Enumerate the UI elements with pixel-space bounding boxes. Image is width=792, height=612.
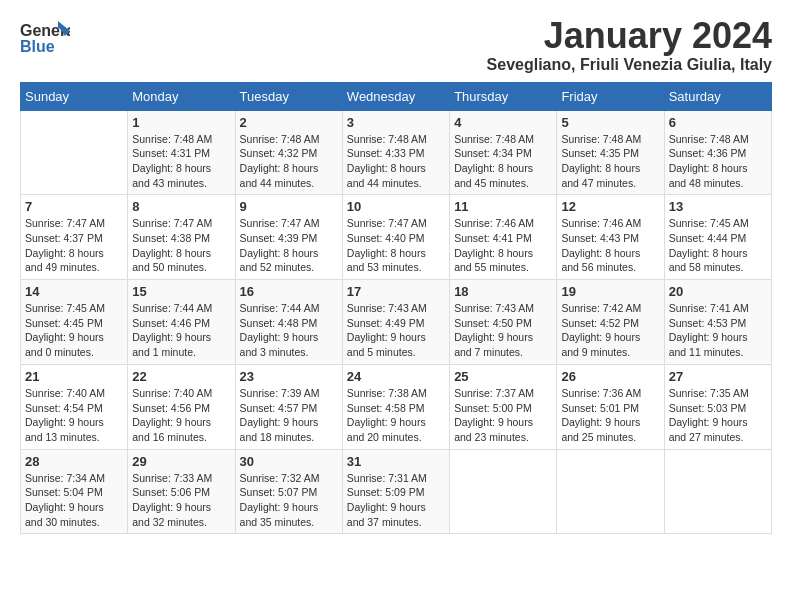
day-info: Sunrise: 7:39 AM Sunset: 4:57 PM Dayligh… [240, 386, 338, 445]
day-info: Sunrise: 7:45 AM Sunset: 4:45 PM Dayligh… [25, 301, 123, 360]
day-number: 7 [25, 199, 123, 214]
day-number: 23 [240, 369, 338, 384]
logo-icon: General Blue [20, 16, 70, 65]
day-number: 19 [561, 284, 659, 299]
day-cell: 29Sunrise: 7:33 AM Sunset: 5:06 PM Dayli… [128, 449, 235, 534]
day-info: Sunrise: 7:48 AM Sunset: 4:31 PM Dayligh… [132, 132, 230, 191]
day-number: 26 [561, 369, 659, 384]
day-number: 10 [347, 199, 445, 214]
day-cell: 19Sunrise: 7:42 AM Sunset: 4:52 PM Dayli… [557, 280, 664, 365]
day-cell: 21Sunrise: 7:40 AM Sunset: 4:54 PM Dayli… [21, 364, 128, 449]
day-number: 28 [25, 454, 123, 469]
day-number: 16 [240, 284, 338, 299]
day-number: 17 [347, 284, 445, 299]
day-cell: 5Sunrise: 7:48 AM Sunset: 4:35 PM Daylig… [557, 110, 664, 195]
logo: General Blue [20, 16, 70, 65]
day-cell: 10Sunrise: 7:47 AM Sunset: 4:40 PM Dayli… [342, 195, 449, 280]
day-cell: 3Sunrise: 7:48 AM Sunset: 4:33 PM Daylig… [342, 110, 449, 195]
day-cell: 26Sunrise: 7:36 AM Sunset: 5:01 PM Dayli… [557, 364, 664, 449]
day-info: Sunrise: 7:48 AM Sunset: 4:32 PM Dayligh… [240, 132, 338, 191]
day-info: Sunrise: 7:48 AM Sunset: 4:33 PM Dayligh… [347, 132, 445, 191]
day-number: 9 [240, 199, 338, 214]
day-info: Sunrise: 7:32 AM Sunset: 5:07 PM Dayligh… [240, 471, 338, 530]
week-row-2: 7Sunrise: 7:47 AM Sunset: 4:37 PM Daylig… [21, 195, 772, 280]
day-cell: 27Sunrise: 7:35 AM Sunset: 5:03 PM Dayli… [664, 364, 771, 449]
day-cell: 6Sunrise: 7:48 AM Sunset: 4:36 PM Daylig… [664, 110, 771, 195]
week-row-1: 1Sunrise: 7:48 AM Sunset: 4:31 PM Daylig… [21, 110, 772, 195]
day-info: Sunrise: 7:48 AM Sunset: 4:36 PM Dayligh… [669, 132, 767, 191]
weekday-header-tuesday: Tuesday [235, 82, 342, 110]
weekday-header-sunday: Sunday [21, 82, 128, 110]
day-info: Sunrise: 7:43 AM Sunset: 4:50 PM Dayligh… [454, 301, 552, 360]
day-number: 3 [347, 115, 445, 130]
day-number: 6 [669, 115, 767, 130]
page-header: General Blue January 2024 Sevegliano, Fr… [20, 16, 772, 74]
day-info: Sunrise: 7:45 AM Sunset: 4:44 PM Dayligh… [669, 216, 767, 275]
day-cell: 16Sunrise: 7:44 AM Sunset: 4:48 PM Dayli… [235, 280, 342, 365]
day-info: Sunrise: 7:37 AM Sunset: 5:00 PM Dayligh… [454, 386, 552, 445]
day-number: 8 [132, 199, 230, 214]
day-number: 14 [25, 284, 123, 299]
day-cell: 25Sunrise: 7:37 AM Sunset: 5:00 PM Dayli… [450, 364, 557, 449]
day-cell [557, 449, 664, 534]
day-number: 27 [669, 369, 767, 384]
weekday-header-saturday: Saturday [664, 82, 771, 110]
day-cell [21, 110, 128, 195]
day-cell: 7Sunrise: 7:47 AM Sunset: 4:37 PM Daylig… [21, 195, 128, 280]
day-info: Sunrise: 7:44 AM Sunset: 4:46 PM Dayligh… [132, 301, 230, 360]
day-cell: 22Sunrise: 7:40 AM Sunset: 4:56 PM Dayli… [128, 364, 235, 449]
day-cell: 24Sunrise: 7:38 AM Sunset: 4:58 PM Dayli… [342, 364, 449, 449]
day-cell: 12Sunrise: 7:46 AM Sunset: 4:43 PM Dayli… [557, 195, 664, 280]
day-number: 31 [347, 454, 445, 469]
day-info: Sunrise: 7:43 AM Sunset: 4:49 PM Dayligh… [347, 301, 445, 360]
day-info: Sunrise: 7:40 AM Sunset: 4:56 PM Dayligh… [132, 386, 230, 445]
day-number: 24 [347, 369, 445, 384]
day-info: Sunrise: 7:47 AM Sunset: 4:38 PM Dayligh… [132, 216, 230, 275]
weekday-header-friday: Friday [557, 82, 664, 110]
day-number: 5 [561, 115, 659, 130]
day-cell: 9Sunrise: 7:47 AM Sunset: 4:39 PM Daylig… [235, 195, 342, 280]
day-number: 22 [132, 369, 230, 384]
day-cell: 14Sunrise: 7:45 AM Sunset: 4:45 PM Dayli… [21, 280, 128, 365]
day-info: Sunrise: 7:40 AM Sunset: 4:54 PM Dayligh… [25, 386, 123, 445]
day-cell: 8Sunrise: 7:47 AM Sunset: 4:38 PM Daylig… [128, 195, 235, 280]
day-info: Sunrise: 7:47 AM Sunset: 4:39 PM Dayligh… [240, 216, 338, 275]
day-info: Sunrise: 7:48 AM Sunset: 4:34 PM Dayligh… [454, 132, 552, 191]
day-info: Sunrise: 7:36 AM Sunset: 5:01 PM Dayligh… [561, 386, 659, 445]
day-cell: 23Sunrise: 7:39 AM Sunset: 4:57 PM Dayli… [235, 364, 342, 449]
day-number: 21 [25, 369, 123, 384]
day-cell: 11Sunrise: 7:46 AM Sunset: 4:41 PM Dayli… [450, 195, 557, 280]
svg-text:Blue: Blue [20, 38, 55, 55]
day-cell: 28Sunrise: 7:34 AM Sunset: 5:04 PM Dayli… [21, 449, 128, 534]
day-info: Sunrise: 7:33 AM Sunset: 5:06 PM Dayligh… [132, 471, 230, 530]
day-info: Sunrise: 7:31 AM Sunset: 5:09 PM Dayligh… [347, 471, 445, 530]
day-number: 15 [132, 284, 230, 299]
location-title: Sevegliano, Friuli Venezia Giulia, Italy [487, 56, 772, 74]
day-cell: 31Sunrise: 7:31 AM Sunset: 5:09 PM Dayli… [342, 449, 449, 534]
day-cell: 4Sunrise: 7:48 AM Sunset: 4:34 PM Daylig… [450, 110, 557, 195]
day-number: 1 [132, 115, 230, 130]
day-info: Sunrise: 7:42 AM Sunset: 4:52 PM Dayligh… [561, 301, 659, 360]
day-info: Sunrise: 7:35 AM Sunset: 5:03 PM Dayligh… [669, 386, 767, 445]
day-cell: 17Sunrise: 7:43 AM Sunset: 4:49 PM Dayli… [342, 280, 449, 365]
weekday-header-monday: Monday [128, 82, 235, 110]
month-title: January 2024 [487, 16, 772, 56]
day-info: Sunrise: 7:34 AM Sunset: 5:04 PM Dayligh… [25, 471, 123, 530]
day-info: Sunrise: 7:46 AM Sunset: 4:41 PM Dayligh… [454, 216, 552, 275]
day-cell: 1Sunrise: 7:48 AM Sunset: 4:31 PM Daylig… [128, 110, 235, 195]
weekday-header-thursday: Thursday [450, 82, 557, 110]
day-info: Sunrise: 7:47 AM Sunset: 4:40 PM Dayligh… [347, 216, 445, 275]
day-number: 12 [561, 199, 659, 214]
day-number: 29 [132, 454, 230, 469]
day-info: Sunrise: 7:38 AM Sunset: 4:58 PM Dayligh… [347, 386, 445, 445]
day-number: 25 [454, 369, 552, 384]
day-info: Sunrise: 7:44 AM Sunset: 4:48 PM Dayligh… [240, 301, 338, 360]
day-number: 13 [669, 199, 767, 214]
day-cell: 30Sunrise: 7:32 AM Sunset: 5:07 PM Dayli… [235, 449, 342, 534]
title-section: January 2024 Sevegliano, Friuli Venezia … [487, 16, 772, 74]
day-info: Sunrise: 7:46 AM Sunset: 4:43 PM Dayligh… [561, 216, 659, 275]
day-number: 30 [240, 454, 338, 469]
day-cell [450, 449, 557, 534]
day-number: 2 [240, 115, 338, 130]
weekday-header-wednesday: Wednesday [342, 82, 449, 110]
